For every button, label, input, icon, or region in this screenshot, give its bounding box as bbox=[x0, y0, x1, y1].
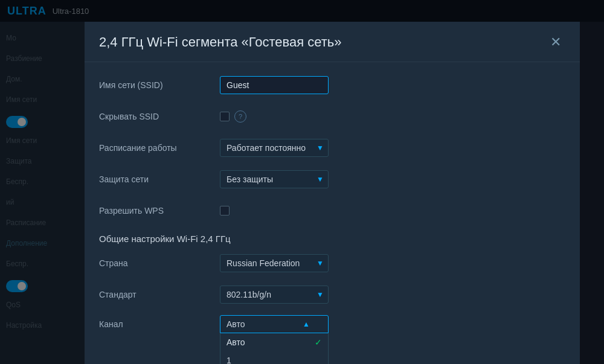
ssid-row: Имя сети (SSID) bbox=[99, 74, 565, 96]
protection-select[interactable]: Без защиты bbox=[220, 170, 329, 188]
channel-dropdown-list: Авто ✓ 1 2 3 4 5 bbox=[220, 333, 329, 364]
modal-close-button[interactable]: ✕ bbox=[546, 33, 565, 52]
standard-select[interactable]: 802.11b/g/n bbox=[220, 286, 329, 304]
schedule-row: Расписание работы Работает постоянно ▼ bbox=[99, 137, 565, 159]
standard-row: Стандарт 802.11b/g/n ▼ bbox=[99, 284, 565, 305]
schedule-label: Расписание работы bbox=[99, 143, 220, 153]
allow-wps-label: Разрешить WPS bbox=[99, 206, 220, 216]
schedule-select[interactable]: Работает постоянно bbox=[220, 139, 329, 157]
hide-ssid-checkbox[interactable] bbox=[220, 112, 230, 121]
country-select[interactable]: Russian Federation bbox=[220, 254, 329, 272]
country-select-wrap: Russian Federation ▼ bbox=[220, 254, 329, 272]
wifi-section-heading: Общие настройки Wi-Fi 2,4 ГГц bbox=[99, 234, 565, 244]
channel-option-auto[interactable]: Авто ✓ bbox=[220, 333, 328, 351]
ssid-field-wrap bbox=[220, 76, 341, 94]
channel-dropdown-trigger[interactable]: Авто ▲ bbox=[220, 315, 329, 333]
hide-ssid-row: Скрывать SSID ? bbox=[99, 106, 565, 127]
protection-row: Защита сети Без защиты ▼ bbox=[99, 168, 565, 190]
channel-option-auto-label: Авто bbox=[226, 337, 245, 347]
schedule-select-wrap: Работает постоянно ▼ bbox=[220, 139, 329, 157]
allow-wps-row: Разрешить WPS bbox=[99, 200, 565, 222]
country-label: Страна bbox=[99, 258, 220, 268]
allow-wps-wrap bbox=[220, 206, 230, 216]
hide-ssid-label: Скрывать SSID bbox=[99, 112, 220, 121]
hide-ssid-wrap: ? bbox=[220, 110, 246, 123]
channel-up-arrow-icon: ▲ bbox=[303, 320, 310, 328]
ssid-label: Имя сети (SSID) bbox=[99, 80, 220, 90]
protection-label: Защита сети bbox=[99, 174, 220, 184]
channel-option-1-label: 1 bbox=[226, 356, 231, 364]
standard-label: Стандарт bbox=[99, 290, 220, 299]
help-icon[interactable]: ? bbox=[234, 110, 246, 123]
country-row: Страна Russian Federation ▼ bbox=[99, 252, 565, 274]
channel-selected-value: Авто bbox=[226, 319, 245, 329]
ssid-input[interactable] bbox=[220, 76, 329, 94]
channel-option-1[interactable]: 1 bbox=[220, 351, 328, 364]
channel-row: Канал Авто ▲ Авто ✓ 1 2 bbox=[99, 315, 565, 364]
modal-body: Имя сети (SSID) Скрывать SSID ? Расписан… bbox=[85, 62, 580, 364]
modal-header: 2,4 ГГц Wi-Fi сегмента «Гостевая сеть» ✕ bbox=[85, 22, 580, 62]
modal-dialog: 2,4 ГГц Wi-Fi сегмента «Гостевая сеть» ✕… bbox=[85, 22, 580, 364]
modal-title: 2,4 ГГц Wi-Fi сегмента «Гостевая сеть» bbox=[99, 34, 342, 50]
channel-dropdown-wrap: Авто ▲ Авто ✓ 1 2 3 bbox=[220, 315, 329, 364]
protection-select-wrap: Без защиты ▼ bbox=[220, 170, 329, 188]
channel-check-icon: ✓ bbox=[315, 337, 322, 347]
channel-label: Канал bbox=[99, 315, 220, 329]
allow-wps-checkbox[interactable] bbox=[220, 206, 230, 216]
standard-select-wrap: 802.11b/g/n ▼ bbox=[220, 286, 329, 304]
